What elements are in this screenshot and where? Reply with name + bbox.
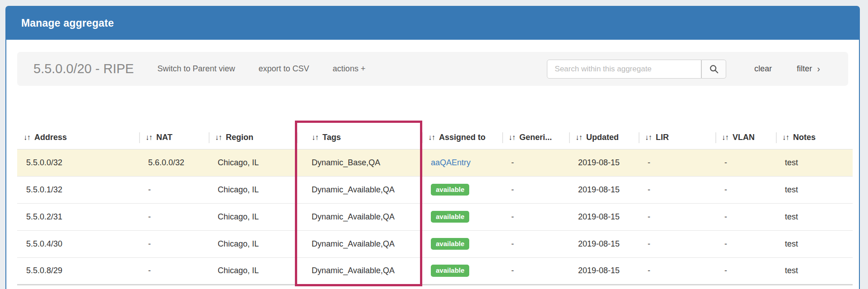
sort-icon: ↓↑ — [312, 133, 318, 142]
cell-lir: - — [639, 149, 715, 176]
sort-icon: ↓↑ — [645, 133, 652, 142]
cell-assigned-to: available — [422, 203, 502, 230]
col-header-label: Address — [34, 133, 67, 142]
cell-notes: test — [776, 149, 853, 176]
sort-icon: ↓↑ — [23, 133, 30, 142]
col-header-label: NAT — [156, 133, 173, 142]
status-badge: available — [431, 265, 469, 277]
toolbar: 5.5.0.0/20 - RIPE Switch to Parent view … — [17, 52, 848, 86]
switch-parent-view-link[interactable]: Switch to Parent view — [157, 64, 235, 74]
table-header-row: ↓↑Address ↓↑NAT ↓↑Region ↓↑Tags ↓↑Assign… — [17, 126, 853, 149]
col-header-label: Notes — [793, 133, 816, 142]
col-header-nat[interactable]: ↓↑NAT — [139, 126, 209, 149]
sort-icon: ↓↑ — [215, 133, 222, 142]
cell-tags: Dynamic_Available,QA — [297, 203, 422, 230]
col-header-address[interactable]: ↓↑Address — [17, 126, 139, 149]
col-header-label: Region — [226, 133, 253, 142]
actions-menu-button[interactable]: actions + — [333, 64, 366, 74]
status-badge: available — [431, 211, 469, 223]
panel-heading: Manage aggregate — [6, 7, 859, 40]
cell-vlan: - — [715, 257, 776, 284]
sort-icon: ↓↑ — [575, 133, 582, 142]
cell-region: Chicago, IL — [209, 176, 297, 203]
cell-assigned-to: available — [422, 257, 502, 284]
sort-icon: ↓↑ — [509, 133, 515, 142]
sort-icon: ↓↑ — [428, 133, 435, 142]
col-header-lir[interactable]: ↓↑LIR — [639, 126, 715, 149]
cell-vlan: - — [715, 230, 776, 257]
cell-updated: 2019-08-15 — [569, 203, 639, 230]
col-header-label: Assigned to — [439, 133, 485, 142]
col-header-label: VLAN — [733, 133, 755, 142]
table-row[interactable]: 5.5.0.1/32 - Chicago, IL Dynamic_Availab… — [17, 176, 853, 203]
sort-icon: ↓↑ — [145, 133, 152, 142]
col-header-assigned-to[interactable]: ↓↑Assigned to — [422, 126, 502, 149]
table-row[interactable]: 5.5.0.4/30 - Chicago, IL Dynamic_Availab… — [17, 230, 853, 257]
cell-assigned-to: aaQAEntry — [422, 149, 502, 176]
assigned-entry-link[interactable]: aaQAEntry — [431, 158, 471, 167]
cell-generic: - — [502, 149, 569, 176]
cell-tags: Dynamic_Available,QA — [297, 176, 422, 203]
cell-address: 5.5.0.2/31 — [17, 203, 139, 230]
cell-notes: test — [776, 203, 853, 230]
cell-notes: test — [776, 257, 853, 284]
col-header-label: Updated — [586, 133, 619, 142]
cell-assigned-to: available — [422, 230, 502, 257]
table-row[interactable]: 5.5.0.8/29 - Chicago, IL Dynamic_Availab… — [17, 257, 853, 284]
magnifier-icon — [709, 64, 719, 74]
cell-nat: - — [139, 230, 209, 257]
cell-generic: - — [502, 176, 569, 203]
cell-vlan: - — [715, 176, 776, 203]
cell-tags: Dynamic_Available,QA — [297, 257, 422, 284]
cell-address: 5.5.0.1/32 — [17, 176, 139, 203]
cell-updated: 2019-08-15 — [569, 230, 639, 257]
cell-address: 5.5.0.4/30 — [17, 230, 139, 257]
col-header-label: Tags — [322, 133, 341, 142]
clear-button[interactable]: clear — [754, 64, 772, 74]
cell-nat: - — [139, 257, 209, 284]
filter-label: filter — [797, 64, 812, 74]
cell-updated: 2019-08-15 — [569, 176, 639, 203]
sort-icon: ↓↑ — [782, 133, 789, 142]
status-badge: available — [431, 184, 469, 196]
cell-generic: - — [502, 257, 569, 284]
manage-aggregate-panel: Manage aggregate 5.5.0.0/20 - RIPE Switc… — [5, 6, 860, 289]
cell-notes: test — [776, 230, 853, 257]
cell-updated: 2019-08-15 — [569, 257, 639, 284]
filter-button[interactable]: filter› — [797, 64, 820, 74]
cell-region: Chicago, IL — [209, 149, 297, 176]
cell-generic: - — [502, 203, 569, 230]
sort-icon: ↓↑ — [722, 133, 728, 142]
search-group — [547, 60, 726, 79]
cell-region: Chicago, IL — [209, 257, 297, 284]
cell-assigned-to: available — [422, 176, 502, 203]
cell-lir: - — [639, 203, 715, 230]
table-row[interactable]: 5.5.0.0/32 5.6.0.0/32 Chicago, IL Dynami… — [17, 149, 853, 176]
col-header-label: Generi... — [519, 133, 552, 142]
table-row[interactable]: 5.5.0.2/31 - Chicago, IL Dynamic_Availab… — [17, 203, 853, 230]
cell-vlan: - — [715, 203, 776, 230]
cell-nat: - — [139, 203, 209, 230]
cell-nat: - — [139, 176, 209, 203]
search-input[interactable] — [547, 60, 701, 79]
cell-tags: Dynamic_Base,QA — [297, 149, 422, 176]
cell-address: 5.5.0.0/32 — [17, 149, 139, 176]
cell-region: Chicago, IL — [209, 203, 297, 230]
chevron-right-icon: › — [817, 64, 820, 74]
aggregate-title: 5.5.0.0/20 - RIPE — [33, 61, 134, 76]
export-csv-link[interactable]: export to CSV — [259, 64, 309, 74]
cell-lir: - — [639, 257, 715, 284]
cell-lir: - — [639, 230, 715, 257]
cell-lir: - — [639, 176, 715, 203]
cell-tags: Dynamic_Available,QA — [297, 230, 422, 257]
search-button[interactable] — [701, 60, 726, 79]
cell-notes: test — [776, 176, 853, 203]
col-header-updated[interactable]: ↓↑Updated — [569, 126, 639, 149]
col-header-generic[interactable]: ↓↑Generi... — [502, 126, 569, 149]
status-badge: available — [431, 238, 469, 250]
col-header-tags[interactable]: ↓↑Tags — [297, 126, 422, 149]
col-header-vlan[interactable]: ↓↑VLAN — [715, 126, 776, 149]
col-header-region[interactable]: ↓↑Region — [209, 126, 297, 149]
cell-nat: 5.6.0.0/32 — [139, 149, 209, 176]
col-header-notes[interactable]: ↓↑Notes — [776, 126, 853, 149]
